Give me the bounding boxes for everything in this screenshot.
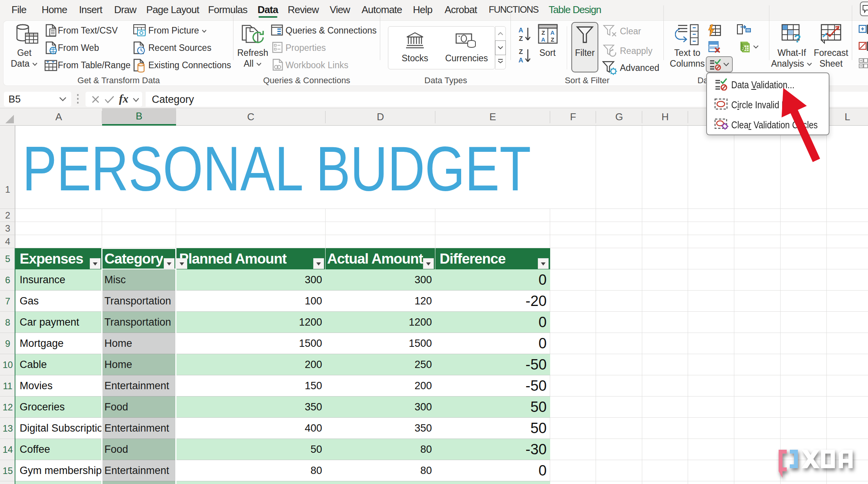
svg-text:A: A bbox=[541, 36, 546, 43]
svg-text:Z: Z bbox=[541, 29, 545, 36]
svg-text:Z: Z bbox=[551, 36, 554, 43]
svg-text:Z: Z bbox=[519, 35, 523, 42]
svg-text:A: A bbox=[519, 57, 523, 64]
svg-text:J: J bbox=[742, 47, 744, 51]
svg-text:A: A bbox=[519, 27, 523, 34]
svg-text:A: A bbox=[551, 29, 555, 36]
svg-text:Z: Z bbox=[519, 48, 523, 55]
svg-text:?: ? bbox=[794, 32, 801, 44]
